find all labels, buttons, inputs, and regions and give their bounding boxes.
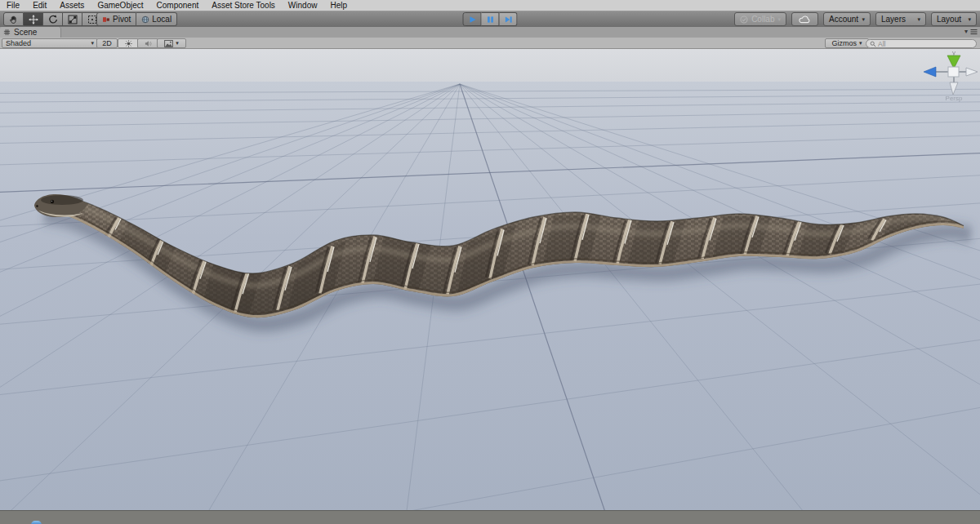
image-icon [164,40,173,47]
account-label: Account [829,15,858,24]
shading-mode-label: Shaded [6,39,31,47]
chevron-down-icon: ▾ [968,16,971,23]
search-filter-text: All [878,40,885,48]
hand-icon [9,15,19,24]
layers-dropdown[interactable]: Layers ▾ [875,12,926,26]
main-toolbar: Pivot Local [0,11,980,28]
scene-tab-label: Scene [14,28,37,37]
2d-toggle-button[interactable]: 2D [96,38,118,48]
cloud-button[interactable] [791,12,818,26]
step-button[interactable] [500,12,518,26]
chevron-down-icon: ▾ [176,40,179,47]
tab-menu-icon[interactable] [970,29,978,35]
layers-label: Layers [881,15,906,24]
collab-icon [740,16,748,24]
rotate-icon [48,15,58,24]
menu-item-gameobject[interactable]: GameObject [91,0,149,11]
menu-item-assets[interactable]: Assets [53,0,91,11]
step-icon [504,16,512,24]
globe-icon [141,16,149,24]
speaker-icon [145,40,152,47]
layout-label: Layout [937,15,961,24]
pivot-label: Pivot [113,15,131,24]
cloud-icon [799,16,811,24]
gizmo-projection-label[interactable]: Persp [946,95,963,102]
local-label: Local [152,15,172,24]
scene-effects-dropdown[interactable]: ▾ [157,38,186,48]
gizmo-hidden-axis-cone-right[interactable] [966,68,978,76]
menu-item-help[interactable]: Help [323,0,354,11]
bottom-panel-strip[interactable] [0,510,980,524]
chevron-down-icon: ▾ [859,40,862,47]
chevron-down-icon: ▾ [862,16,865,23]
scene-viewport[interactable] [0,0,980,524]
2d-label: 2D [102,39,112,47]
gizmos-dropdown[interactable]: Gizmos ▾ [825,38,869,48]
transform-tools-group [3,12,102,26]
chevron-down-icon: ▾ [917,16,920,23]
gizmo-hidden-axis-cone-bottom[interactable] [950,82,958,95]
layout-dropdown[interactable]: Layout ▾ [931,12,977,26]
play-icon [468,16,476,24]
playmode-controls [463,12,518,26]
chevron-down-icon[interactable]: ▾ [964,28,968,35]
collab-label: Collab [751,15,774,24]
bottom-panel-icon [31,521,42,524]
pause-button[interactable] [482,12,500,26]
play-button[interactable] [463,12,482,26]
unity-editor-window: y Persp File Edit Assets GameObject Comp… [0,0,980,524]
search-icon [870,41,876,47]
sun-icon [125,40,132,47]
pivot-icon [102,16,110,24]
toolbar-right-group: Collab ▾ Account ▾ Layers ▾ Layout ▾ [734,12,977,26]
menu-item-component[interactable]: Component [150,0,206,11]
account-dropdown[interactable]: Account ▾ [823,12,871,26]
move-icon [29,15,38,24]
main-menu-bar: File Edit Assets GameObject Component As… [0,0,980,11]
menu-item-edit[interactable]: Edit [26,0,53,11]
grid-icon [3,29,11,36]
move-tool-button[interactable] [24,12,43,26]
collab-dropdown[interactable]: Collab ▾ [734,12,786,26]
scene-view-control-bar: Shaded ▾ 2D ▾ Gizmos ▾ [0,38,980,49]
chevron-down-icon: ▾ [91,40,94,47]
menu-item-file[interactable]: File [0,0,26,11]
gizmos-label: Gizmos [831,39,857,47]
chevron-down-icon: ▾ [777,16,781,23]
scene-orientation-gizmo[interactable]: y Persp [917,48,980,107]
pan-tool-button[interactable] [3,12,24,26]
scale-icon [68,15,78,24]
panel-tab-bar: Scene ▾ [0,27,980,38]
gizmo-axis-y-label: y [952,49,956,56]
menu-item-asset-store-tools[interactable]: Asset Store Tools [205,0,282,11]
pivot-toggle-button[interactable]: Pivot [96,12,136,26]
gizmo-center-cube[interactable] [948,67,959,77]
menu-item-window[interactable]: Window [282,0,324,11]
scene-search-input[interactable]: All [866,39,977,48]
tab-scene[interactable]: Scene [0,27,61,38]
rect-tool-icon [87,15,97,24]
scene-lighting-toggle[interactable] [118,38,139,48]
local-toggle-button[interactable]: Local [136,12,177,26]
scene-audio-toggle[interactable] [137,38,158,48]
pivot-local-group: Pivot Local [96,12,177,26]
shading-mode-dropdown[interactable]: Shaded ▾ [2,38,98,48]
pause-icon [486,16,494,24]
scale-tool-button[interactable] [63,12,82,26]
tab-options-group: ▾ [964,28,978,35]
gizmo-z-axis-cone[interactable] [924,67,936,77]
rotate-tool-button[interactable] [43,12,63,26]
